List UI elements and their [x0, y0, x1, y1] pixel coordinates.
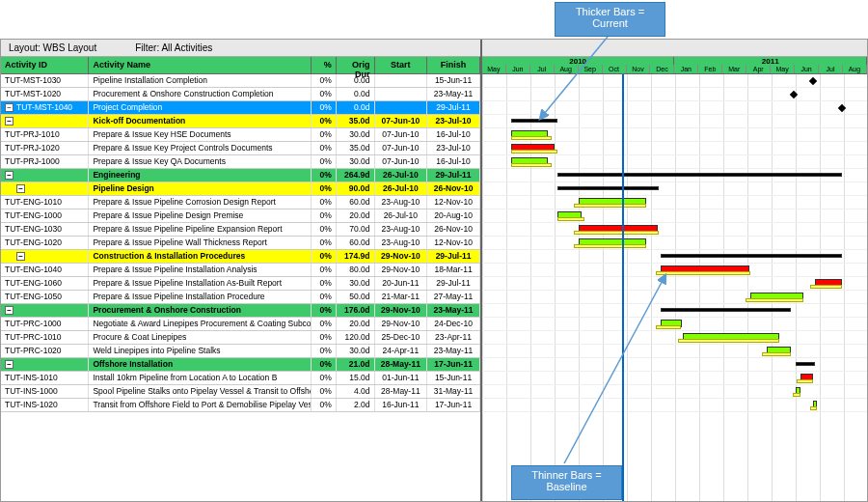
gantt-row [482, 155, 867, 169]
month-cell: Feb [698, 65, 722, 73]
collapse-icon[interactable]: − [5, 171, 14, 180]
collapse-icon[interactable]: − [5, 360, 14, 369]
baseline-bar [557, 217, 584, 221]
collapse-icon[interactable]: − [5, 306, 14, 315]
gantt-window: Layout: WBS Layout Filter: All Activitie… [0, 39, 868, 502]
gantt-row [482, 223, 867, 237]
table-row[interactable]: TUT-PRC-1000Negotiate & Award Linepipes … [1, 318, 480, 331]
collapse-icon[interactable]: − [16, 252, 25, 261]
table-row[interactable]: −Construction & Installation Procedures0… [1, 250, 480, 264]
table-row[interactable]: TUT-INS-1020Transit from Offshore Field … [1, 399, 480, 412]
activity-table: Layout: WBS Layout Filter: All Activitie… [1, 40, 482, 501]
month-cell: Jul [819, 65, 843, 73]
gantt-row [482, 169, 867, 182]
baseline-bar [511, 163, 552, 167]
baseline-bar [793, 393, 800, 397]
milestone-icon[interactable] [838, 104, 846, 112]
gantt-row [482, 182, 867, 196]
table-row[interactable]: TUT-ENG-1020Prepare & Issue Pipeline Wal… [1, 237, 480, 250]
month-cell: Apr [746, 65, 771, 73]
col-dur[interactable]: Orig Dur [337, 57, 375, 73]
baseline-bar [797, 379, 813, 383]
filter-selector[interactable]: Filter: All Activities [135, 42, 212, 53]
table-row[interactable]: TUT-PRJ-1010Prepare & Issue Key HSE Docu… [1, 128, 480, 142]
month-cell: Aug [843, 65, 867, 73]
month-cell: Jan [674, 65, 698, 73]
summary-bar[interactable] [557, 186, 659, 190]
table-row[interactable]: −Engineering0%264.9d26-Jul-1029-Jul-11 [1, 169, 480, 182]
milestone-icon[interactable] [790, 91, 798, 98]
table-row[interactable]: TUT-PRC-1010Procure & Coat Linepipes0%12… [1, 331, 480, 345]
table-header: Activity ID Activity Name % Orig Dur Sta… [1, 57, 480, 74]
month-cell: Mar [722, 65, 746, 73]
month-cell: Jun [795, 65, 819, 73]
table-row[interactable]: TUT-INS-1010Install 10km Pipeline from L… [1, 372, 480, 385]
baseline-bar [511, 150, 557, 153]
col-start[interactable]: Start [375, 57, 428, 73]
baseline-bar [511, 136, 552, 140]
table-row[interactable]: TUT-ENG-1030Prepare & Issue Pipeline Pip… [1, 223, 480, 237]
table-row[interactable]: TUT-ENG-1040Prepare & Issue Pipeline Ins… [1, 264, 480, 277]
table-row[interactable]: TUT-MST-1020Procurement & Onshore Constr… [1, 88, 480, 101]
table-row[interactable]: TUT-ENG-1050Prepare & Issue Pipeline Ins… [1, 291, 480, 304]
table-row[interactable]: TUT-ENG-1000Prepare & Issue Pipeline Des… [1, 209, 480, 223]
col-pct[interactable]: % [312, 57, 337, 73]
month-cell: May [771, 65, 795, 73]
table-row[interactable]: TUT-ENG-1010Prepare & Issue Pipeline Cor… [1, 196, 480, 209]
year-2011: 2011 [674, 57, 867, 65]
table-row[interactable]: −TUT-MST-1040Project Completion0%0.0d29-… [1, 101, 480, 115]
month-cell: Jun [506, 65, 530, 73]
table-row[interactable]: −Pipeline Design0%90.0d26-Jul-1026-Nov-1… [1, 182, 480, 196]
col-activity-name[interactable]: Activity Name [89, 57, 311, 73]
collapse-icon[interactable]: − [16, 184, 25, 193]
table-row[interactable]: −Offshore Installation0%21.0d28-May-1117… [1, 358, 480, 372]
table-row[interactable]: −Procurement & Onshore Construction0%176… [1, 304, 480, 318]
layout-selector[interactable]: Layout: WBS Layout [9, 42, 96, 53]
baseline-bar [810, 285, 842, 289]
baseline-bar [810, 406, 817, 410]
milestone-icon[interactable] [809, 77, 817, 85]
table-row[interactable]: TUT-PRC-1020Weld Linepipes into Pipeline… [1, 345, 480, 358]
month-cell: May [482, 65, 506, 73]
col-finish[interactable]: Finish [427, 57, 480, 73]
baseline-bar [574, 231, 659, 235]
callout-baseline: Thinner Bars = Baseline [511, 465, 622, 500]
gantt-row [482, 237, 867, 250]
table-row[interactable]: TUT-ENG-1060Prepare & Issue Pipeline Ins… [1, 277, 480, 291]
gantt-row [482, 250, 867, 264]
collapse-icon[interactable]: − [5, 117, 14, 126]
summary-bar[interactable] [661, 254, 842, 258]
table-row[interactable]: TUT-INS-1000Spool Pipeline Stalks onto P… [1, 385, 480, 399]
table-row[interactable]: TUT-MST-1030Pipeline Installation Comple… [1, 74, 480, 88]
baseline-bar [574, 204, 646, 208]
summary-bar[interactable] [557, 173, 842, 177]
toolbar: Layout: WBS Layout Filter: All Activitie… [1, 40, 480, 57]
collapse-icon[interactable]: − [5, 103, 14, 112]
summary-bar[interactable] [796, 362, 815, 366]
baseline-bar [746, 298, 803, 302]
gantt-row [482, 142, 867, 155]
table-row[interactable]: −Kick-off Documentation0%35.0d07-Jun-102… [1, 115, 480, 128]
col-activity-id[interactable]: Activity ID [1, 57, 89, 73]
gantt-row [482, 209, 867, 223]
callout-current: Thicker Bars = Current [555, 2, 665, 37]
gantt-row [482, 196, 867, 209]
baseline-bar [574, 244, 646, 248]
table-row[interactable]: TUT-PRJ-1000Prepare & Issue Key QA Docum… [1, 155, 480, 169]
baseline-bar [762, 352, 791, 356]
table-row[interactable]: TUT-PRJ-1020Prepare & Issue Key Project … [1, 142, 480, 155]
